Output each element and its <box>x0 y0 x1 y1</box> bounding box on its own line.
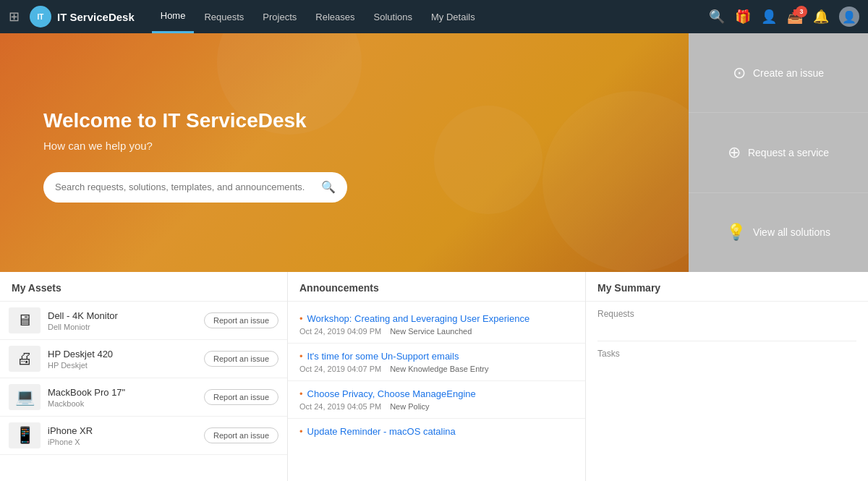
search-input[interactable] <box>55 182 321 192</box>
asset-name: HP Deskjet 420 <box>48 349 197 359</box>
announcement-list: Workshop: Creating and Leveraging User E… <box>288 302 585 481</box>
inbox-icon[interactable]: 📥 3 <box>787 9 803 25</box>
search-icon[interactable]: 🔍 <box>709 9 725 25</box>
hero-subtitle: How can we help you? <box>43 140 654 152</box>
request-service-action[interactable]: ⊕ Request a service <box>689 113 868 192</box>
asset-icon: 🖨 <box>9 346 41 372</box>
tasks-label: Tasks <box>597 349 856 359</box>
list-item: Update Reminder - macOS catalina <box>288 419 585 447</box>
nav-item-requests[interactable]: Requests <box>195 0 252 33</box>
asset-sub: HP Deskjet <box>48 361 197 370</box>
inbox-badge: 3 <box>796 6 807 17</box>
asset-icon: 🖥 <box>9 307 41 333</box>
user-settings-icon[interactable]: 👤 <box>761 9 777 25</box>
create-issue-action[interactable]: ⊙ Create an issue <box>689 33 868 113</box>
asset-name: Dell - 4K Monitor <box>48 310 197 321</box>
grid-icon[interactable]: ⊞ <box>9 9 20 25</box>
requests-label: Requests <box>597 309 856 319</box>
asset-sub: Mackbook <box>48 399 197 408</box>
report-issue-button[interactable]: Report an issue <box>204 389 278 405</box>
announcements-panel: Announcements Workshop: Creating and Lev… <box>288 272 586 481</box>
search-submit-icon[interactable]: 🔍 <box>321 180 336 194</box>
search-bar: 🔍 <box>43 172 347 203</box>
hero-bg-shapes <box>0 33 689 272</box>
request-service-label: Request a service <box>748 147 829 158</box>
assets-panel: My Assets 🖥 Dell - 4K Monitor Dell Monio… <box>0 272 288 481</box>
asset-icon: 💻 <box>9 384 41 410</box>
request-service-icon: ⊕ <box>728 143 741 162</box>
solutions-icon: 💡 <box>726 223 746 242</box>
announcement-date: Oct 24, 2019 04:07 PM <box>299 365 381 373</box>
gift-icon[interactable]: 🎁 <box>735 9 751 25</box>
nav-item-projects[interactable]: Projects <box>254 0 305 33</box>
content-area: My Assets 🖥 Dell - 4K Monitor Dell Monio… <box>0 272 868 481</box>
nav-item-home[interactable]: Home <box>152 0 195 33</box>
asset-info: HP Deskjet 420 HP Deskjet <box>48 349 197 370</box>
nav-item-solutions[interactable]: Solutions <box>365 0 421 33</box>
announcement-title[interactable]: Choose Privacy, Choose ManageEngine <box>299 388 574 399</box>
list-item: 💻 MackBook Pro 17" Mackbook Report an is… <box>0 378 287 417</box>
announcement-date: Oct 24, 2019 04:05 PM <box>299 402 381 411</box>
asset-name: iPhone XR <box>48 425 197 436</box>
list-item: Choose Privacy, Choose ManageEngine Oct … <box>288 381 585 419</box>
create-issue-label: Create an issue <box>753 67 824 79</box>
list-item: Workshop: Creating and Leveraging User E… <box>288 306 585 344</box>
tasks-section: Tasks <box>586 341 868 380</box>
create-issue-icon: ⊙ <box>733 64 746 82</box>
asset-info: Dell - 4K Monitor Dell Moniotr <box>48 310 197 331</box>
view-solutions-label: View all solutions <box>753 226 830 238</box>
announcement-title[interactable]: Workshop: Creating and Leveraging User E… <box>299 313 574 324</box>
announcement-tag: New Knowledge Base Entry <box>390 365 488 373</box>
requests-section: Requests <box>586 302 868 341</box>
logo[interactable]: IT IT ServiceDesk <box>30 6 135 27</box>
announcement-meta: Oct 24, 2019 04:05 PM New Policy <box>299 402 574 411</box>
avatar[interactable]: 👤 <box>839 7 859 27</box>
hero-overlay <box>0 33 689 272</box>
asset-name: MackBook Pro 17" <box>48 387 197 398</box>
nav-item-my details[interactable]: My Details <box>422 0 484 33</box>
announcement-title[interactable]: Update Reminder - macOS catalina <box>299 426 574 437</box>
report-issue-button[interactable]: Report an issue <box>204 312 278 328</box>
assets-title: My Assets <box>0 272 287 302</box>
list-item: 📱 iPhone XR iPhone X Report an issue <box>0 417 287 455</box>
asset-info: iPhone XR iPhone X <box>48 425 197 446</box>
logo-circle: IT <box>30 6 51 27</box>
report-issue-button[interactable]: Report an issue <box>204 427 278 443</box>
asset-list: 🖥 Dell - 4K Monitor Dell Moniotr Report … <box>0 302 287 481</box>
asset-icon: 📱 <box>9 422 41 448</box>
hero-left: Welcome to IT ServiceDesk How can we hel… <box>0 33 689 272</box>
asset-sub: Dell Moniotr <box>48 323 197 331</box>
app-name: IT ServiceDesk <box>57 11 135 23</box>
list-item: It's time for some Un-Support emails Oct… <box>288 344 585 381</box>
hero-right: ⊙ Create an issue ⊕ Request a service 💡 … <box>689 33 868 272</box>
view-solutions-action[interactable]: 💡 View all solutions <box>689 193 868 272</box>
list-item: 🖨 HP Deskjet 420 HP Deskjet Report an is… <box>0 340 287 378</box>
announcement-meta: Oct 24, 2019 04:09 PM New Service Launch… <box>299 327 574 336</box>
list-item: 🖥 Dell - 4K Monitor Dell Moniotr Report … <box>0 302 287 340</box>
main-nav: HomeRequestsProjectsReleasesSolutionsMy … <box>152 0 702 33</box>
announcements-title: Announcements <box>288 272 585 302</box>
report-issue-button[interactable]: Report an issue <box>204 351 278 367</box>
summary-panel: My Summary Requests Tasks <box>586 272 868 481</box>
asset-info: MackBook Pro 17" Mackbook <box>48 387 197 408</box>
announcement-tag: New Service Launched <box>390 327 472 336</box>
header-actions: 🔍 🎁 👤 📥 3 🔔 👤 <box>709 7 859 27</box>
announcement-tag: New Policy <box>390 402 429 411</box>
announcement-meta: Oct 24, 2019 04:07 PM New Knowledge Base… <box>299 365 574 373</box>
asset-sub: iPhone X <box>48 438 197 446</box>
announcement-title[interactable]: It's time for some Un-Support emails <box>299 351 574 362</box>
hero-section: Welcome to IT ServiceDesk How can we hel… <box>0 33 868 272</box>
bell-icon[interactable]: 🔔 <box>813 9 829 25</box>
header: ⊞ IT IT ServiceDesk HomeRequestsProjects… <box>0 0 868 33</box>
announcement-date: Oct 24, 2019 04:09 PM <box>299 327 381 336</box>
summary-title: My Summary <box>586 272 868 302</box>
hero-title: Welcome to IT ServiceDesk <box>43 109 654 132</box>
nav-item-releases[interactable]: Releases <box>307 0 363 33</box>
